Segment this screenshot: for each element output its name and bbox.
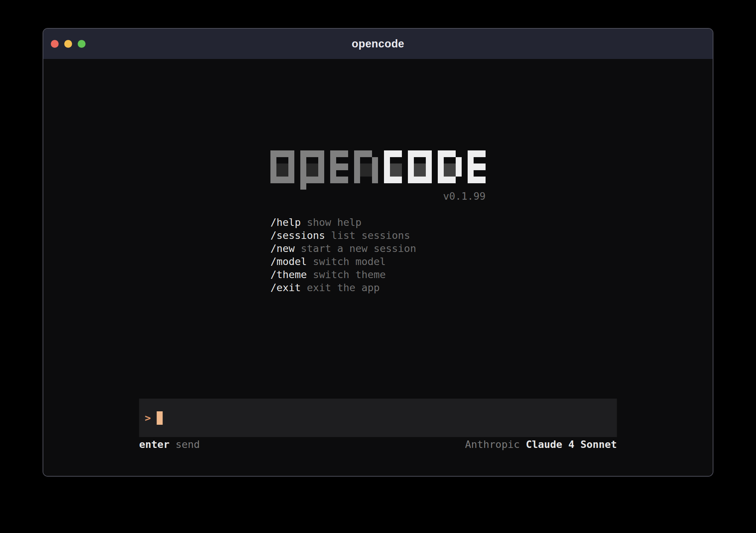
logo-letter-d — [438, 150, 462, 183]
command-name: /model — [270, 255, 307, 268]
command-row: /help show help — [270, 216, 486, 229]
window-title: opencode — [43, 38, 713, 50]
command-row: /sessions list sessions — [270, 229, 486, 242]
command-name: /help — [270, 216, 301, 229]
logo-letter-p — [300, 150, 324, 190]
hero-section: v0.1.99 /help show help /sessions list s… — [270, 150, 486, 294]
model-indicator: Anthropic Claude 4 Sonnet — [465, 438, 617, 451]
terminal-window: opencode v0.1.99 /help show help /sessio… — [43, 28, 713, 477]
command-description: list sessions — [331, 229, 410, 242]
command-row: /exit exit the app — [270, 281, 486, 294]
logo-letter-e — [330, 150, 348, 183]
version-label: v0.1.99 — [270, 190, 486, 203]
command-description: exit the app — [307, 281, 380, 294]
logo-letter-o — [270, 150, 294, 183]
command-description: start a new session — [301, 242, 416, 255]
command-list: /help show help /sessions list sessions … — [270, 216, 486, 294]
text-cursor — [157, 411, 163, 425]
send-action-label: send — [176, 438, 200, 451]
command-row: /model switch model — [270, 255, 486, 268]
command-name: /theme — [270, 268, 307, 281]
command-name: /sessions — [270, 229, 325, 242]
app-content: v0.1.99 /help show help /sessions list s… — [43, 59, 713, 476]
status-bar: enter send Anthropic Claude 4 Sonnet — [139, 438, 617, 451]
command-row: /theme switch theme — [270, 268, 486, 281]
command-row: /new start a new session — [270, 242, 486, 255]
enter-key-label: enter — [139, 438, 170, 451]
keybind-hint: enter send — [139, 438, 200, 451]
opencode-logo — [270, 150, 486, 190]
titlebar[interactable]: opencode — [43, 29, 713, 59]
logo-letter-o — [408, 150, 432, 183]
command-description: show help — [307, 216, 362, 229]
message-input[interactable]: > — [139, 399, 617, 437]
command-name: /exit — [270, 281, 301, 294]
command-description: switch model — [313, 255, 386, 268]
command-description: switch theme — [313, 268, 386, 281]
prompt-icon: > — [145, 411, 151, 424]
model-label: Claude 4 Sonnet — [526, 438, 617, 451]
logo-letter-n — [354, 150, 378, 183]
logo-letter-c — [384, 150, 402, 183]
provider-label: Anthropic — [465, 438, 520, 451]
logo-letter-e — [468, 150, 486, 183]
command-name: /new — [270, 242, 295, 255]
